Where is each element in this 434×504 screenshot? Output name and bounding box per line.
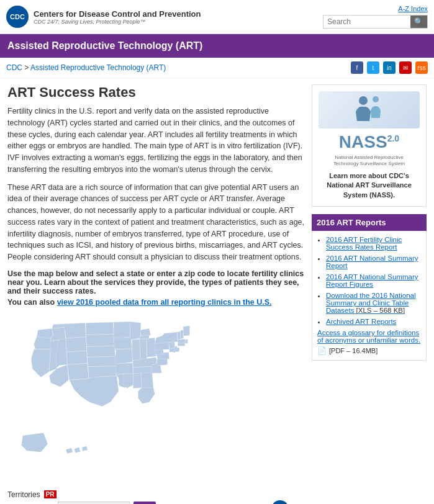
facebook-icon[interactable]: f xyxy=(351,61,363,74)
left-content: ART Success Rates Fertility clinics in t… xyxy=(7,84,304,504)
glossary-link[interactable]: Access a glossary for definitions of acr… xyxy=(317,329,421,344)
art-report-link-1[interactable]: 2016 ART Fertility Clinic Success Rates … xyxy=(326,236,402,251)
site-header: CDC Centers for Disease Control and Prev… xyxy=(0,0,434,34)
art-report-link-5[interactable]: Archived ART Reports xyxy=(326,318,396,325)
callout-text: Use the map below and select a state or … xyxy=(7,269,304,295)
pdf-icon: 📄 xyxy=(317,346,327,355)
twitter-icon[interactable]: t xyxy=(367,61,379,74)
art-reports-content: 2016 ART Fertility Clinic Success Rates … xyxy=(312,231,427,361)
art-report-link-2[interactable]: 2016 ART National Summary Report xyxy=(326,254,418,269)
art-report-link-4[interactable]: Download the 2016 National Summary and C… xyxy=(326,292,416,314)
pr-badge[interactable]: PR xyxy=(44,490,57,498)
az-index-link[interactable]: A-Z Index xyxy=(398,5,428,12)
pdf-size: [PDF – 16.4MB] xyxy=(329,347,377,354)
nass-image xyxy=(319,91,420,128)
linkedin-icon[interactable]: in xyxy=(383,61,396,74)
nass-description: Learn more about CDC's National ART Surv… xyxy=(319,171,420,200)
search-input[interactable] xyxy=(323,16,410,28)
cdc-circle-small: CDC xyxy=(271,500,289,504)
pooled-data-link[interactable]: view 2016 pooled data from all reporting… xyxy=(57,298,272,307)
art-reports-list: 2016 ART Fertility Clinic Success Rates … xyxy=(317,236,421,325)
cdc-full-name: Centers for Disease Control and Preventi… xyxy=(34,9,201,19)
cdc-logo-circle: CDC xyxy=(6,6,29,28)
body-paragraph-1: Fertility clinics in the U.S. report and… xyxy=(7,106,304,176)
art-report-link-3[interactable]: 2016 ART National Summary Report Figures xyxy=(326,273,418,288)
us-map[interactable] xyxy=(7,313,274,487)
callout-prefix: You can also xyxy=(7,298,55,307)
header-right: A-Z Index 🔍 xyxy=(323,5,428,29)
callout-main: Use the map below and select a state or … xyxy=(7,269,304,295)
xls-note: [XLS – 568 KB] xyxy=(356,307,405,314)
search-button[interactable]: 🔍 xyxy=(410,16,427,28)
cdc-logo-bottom: CDC CDC xyxy=(7,500,304,504)
body-paragraph-2: These ART data are a rich source of info… xyxy=(7,182,304,263)
breadcrumb-bar: CDC > Assisted Reproductive Technology (… xyxy=(0,58,434,78)
callout-line2: You can also view 2016 pooled data from … xyxy=(7,298,304,307)
territories-row: Territories PR xyxy=(7,490,304,499)
art-reports-header: 2016 ART Reports xyxy=(312,214,427,231)
nass-subtitle: National Assisted ReproductiveTechnology… xyxy=(319,155,420,168)
page-title: ART Success Rates xyxy=(7,84,304,101)
list-item: 2016 ART National Summary Report Figures xyxy=(326,273,421,288)
breadcrumb: CDC > Assisted Reproductive Technology (… xyxy=(6,63,166,72)
email-icon[interactable]: ✉ xyxy=(399,61,412,74)
territories-label: Territories xyxy=(7,490,40,499)
svg-point-0 xyxy=(173,350,176,353)
nass-learn: Learn more about CDC's xyxy=(329,172,409,179)
list-item: 2016 ART National Summary Report xyxy=(326,254,421,269)
page-banner: Assisted Reproductive Technology (ART) xyxy=(0,34,434,58)
rss-icon[interactable]: rss xyxy=(415,61,428,74)
breadcrumb-current[interactable]: Assisted Reproductive Technology (ART) xyxy=(30,63,166,72)
main-content: ART Success Rates Fertility clinics in t… xyxy=(0,78,434,504)
cdc-tagline: CDC 24/7: Saving Lives, Protecting Peopl… xyxy=(34,19,201,25)
social-icons: f t in ✉ rss xyxy=(351,61,428,74)
list-item: Download the 2016 National Summary and C… xyxy=(326,292,421,314)
svg-point-2 xyxy=(373,96,379,102)
breadcrumb-separator: > xyxy=(24,63,30,72)
nass-logo: NASS2.0 xyxy=(319,132,420,152)
nass-title: National ART Surveillance System (NASS). xyxy=(327,181,412,198)
cdc-branding: CDC Centers for Disease Control and Prev… xyxy=(6,6,201,28)
list-item: 2016 ART Fertility Clinic Success Rates … xyxy=(326,236,421,251)
pdf-note: 📄 [PDF – 16.4MB] xyxy=(317,346,421,355)
banner-title: Assisted Reproductive Technology (ART) xyxy=(7,40,202,51)
right-sidebar: NASS2.0 National Assisted ReproductiveTe… xyxy=(312,84,427,504)
search-bar: 🔍 xyxy=(323,15,428,29)
cdc-logo-text: Centers for Disease Control and Preventi… xyxy=(34,9,201,25)
cdc-logo-small: CDC CDC xyxy=(271,500,304,504)
list-item: Archived ART Reports xyxy=(326,318,421,325)
svg-point-1 xyxy=(359,96,368,105)
map-area: Territories PR Select a State Alaska Ala… xyxy=(7,313,304,504)
breadcrumb-home[interactable]: CDC xyxy=(6,63,22,72)
nass-box: NASS2.0 National Assisted ReproductiveTe… xyxy=(312,84,427,207)
